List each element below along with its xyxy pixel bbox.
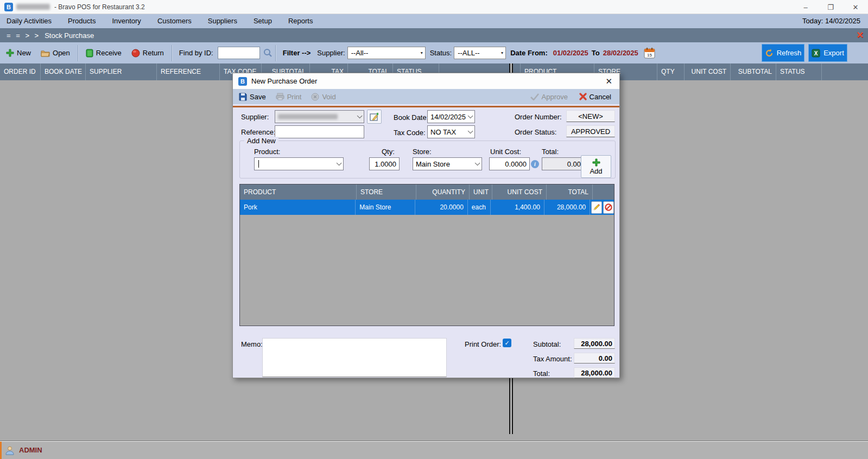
menu-reports[interactable]: Reports bbox=[280, 14, 321, 28]
order-items-grid: PRODUCT STORE QUANTITY UNIT UNIT COST TO… bbox=[239, 184, 614, 326]
col-qty[interactable]: QTY bbox=[657, 63, 685, 80]
menu-products[interactable]: Products bbox=[60, 14, 104, 28]
info-icon[interactable]: i bbox=[531, 160, 539, 168]
product-label: Product: bbox=[254, 148, 280, 156]
new-purchase-order-dialog: B New Purchase Order ✕ Save Print Void A… bbox=[232, 73, 620, 378]
cell-unit: each bbox=[468, 200, 491, 215]
close-page-icon[interactable]: ✕ bbox=[857, 28, 864, 42]
checkmark-icon bbox=[530, 93, 539, 100]
book-date-label: Book Date: bbox=[394, 113, 428, 122]
col-filler bbox=[822, 63, 868, 80]
menu-customers[interactable]: Customers bbox=[149, 14, 200, 28]
edit-row-button[interactable] bbox=[591, 201, 602, 214]
date-to-value[interactable]: 28/02/2025 bbox=[603, 49, 638, 57]
edit-supplier-button[interactable] bbox=[367, 110, 382, 124]
reference-input[interactable] bbox=[275, 125, 364, 138]
approve-button[interactable]: Approve bbox=[525, 90, 573, 103]
printer-icon bbox=[276, 93, 284, 100]
void-button[interactable]: Void bbox=[306, 90, 340, 103]
col-actions bbox=[593, 184, 614, 200]
chevron-down-icon bbox=[468, 113, 473, 118]
pencil-icon bbox=[593, 203, 600, 211]
col-book-date[interactable]: BOOK DATE bbox=[41, 63, 86, 80]
cancel-button[interactable]: Cancel bbox=[574, 90, 616, 103]
page-title-prefix: = = > > bbox=[7, 31, 40, 40]
redacted-supplier-name bbox=[278, 114, 338, 119]
plus-icon bbox=[592, 158, 600, 167]
dialog-title: New Purchase Order bbox=[251, 77, 317, 85]
svg-text:X: X bbox=[814, 50, 818, 56]
save-button[interactable]: Save bbox=[234, 90, 271, 103]
order-number-label: Order Number: bbox=[515, 113, 562, 121]
red-x-icon bbox=[579, 93, 587, 100]
memo-textarea[interactable] bbox=[262, 338, 447, 377]
minimize-button[interactable]: – bbox=[793, 0, 818, 14]
col-order-id[interactable]: ORDER ID bbox=[0, 63, 41, 80]
order-status-label: Order Status: bbox=[515, 128, 556, 136]
date-from-value[interactable]: 01/02/2025 bbox=[553, 49, 588, 57]
col-unit-cost[interactable]: UNIT COST bbox=[685, 63, 731, 80]
dialog-title-bar[interactable]: B New Purchase Order ✕ bbox=[233, 73, 619, 89]
print-button[interactable]: Print bbox=[271, 90, 307, 103]
status-filter-select[interactable]: --ALL-- ▾ bbox=[454, 47, 506, 59]
return-button[interactable]: Return bbox=[126, 45, 169, 61]
col-supplier[interactable]: SUPPLIER bbox=[86, 63, 157, 80]
receive-button[interactable]: Receive bbox=[81, 45, 126, 61]
search-icon[interactable] bbox=[263, 48, 273, 58]
supplier-filter-label: Supplier: bbox=[317, 49, 345, 57]
col-status[interactable]: STATUS bbox=[776, 63, 822, 80]
order-item-row[interactable]: Pork Main Store 20.0000 each 1,400.00 28… bbox=[240, 200, 614, 215]
main-toolbar: New Open Receive Return Find by ID: Filt… bbox=[0, 42, 868, 63]
subtotal-value: 28,000.00 bbox=[574, 338, 615, 349]
refresh-button[interactable]: Refresh bbox=[762, 44, 804, 62]
title-bar: B - Bravo POS for Restaurant 3.2 – ❐ ✕ bbox=[0, 0, 868, 14]
menu-suppliers[interactable]: Suppliers bbox=[200, 14, 245, 28]
status-accent bbox=[0, 442, 2, 459]
add-button[interactable]: Add bbox=[581, 155, 611, 178]
dropdown-arrow-icon: ▾ bbox=[501, 50, 503, 55]
toolbar-separator bbox=[275, 45, 276, 61]
subtotal-label: Subtotal: bbox=[533, 340, 561, 348]
toolbar-separator bbox=[78, 45, 78, 61]
unit-cost-input[interactable]: 0.0000 bbox=[489, 157, 530, 170]
toolbar-separator bbox=[172, 45, 172, 61]
remove-row-button[interactable] bbox=[603, 201, 614, 214]
user-icon bbox=[5, 445, 15, 455]
void-icon bbox=[311, 93, 319, 101]
to-label: To bbox=[592, 49, 600, 57]
dialog-close-button[interactable]: ✕ bbox=[605, 73, 612, 89]
calendar-icon[interactable]: 15 bbox=[644, 47, 655, 59]
refresh-icon bbox=[765, 49, 774, 58]
qty-input[interactable]: 1.0000 bbox=[369, 157, 400, 170]
print-order-checkbox[interactable]: ✓ bbox=[503, 339, 511, 347]
close-window-button[interactable]: ✕ bbox=[843, 0, 868, 14]
col-quantity: QUANTITY bbox=[416, 184, 470, 200]
tax-amount-label: Tax Amount: bbox=[533, 355, 572, 363]
add-new-group: Add New Product: Qty: 1.0000 Store: Main… bbox=[239, 141, 616, 178]
menu-daily-activities[interactable]: Daily Activities bbox=[0, 14, 60, 28]
menu-setup[interactable]: Setup bbox=[245, 14, 280, 28]
col-subtotal[interactable]: SUBTOTAL bbox=[731, 63, 776, 80]
unit-cost-label: Unit Cost: bbox=[490, 148, 521, 156]
tax-code-select[interactable]: NO TAX bbox=[427, 125, 475, 138]
open-button[interactable]: Open bbox=[36, 45, 75, 61]
tax-amount-value: 0.00 bbox=[574, 353, 615, 364]
menu-inventory[interactable]: Inventory bbox=[104, 14, 149, 28]
chevron-down-icon bbox=[337, 160, 342, 165]
col-reference[interactable]: REFERENCE bbox=[157, 63, 220, 80]
supplier-select[interactable] bbox=[275, 110, 364, 123]
prohibition-icon bbox=[605, 203, 612, 211]
new-button[interactable]: New bbox=[1, 45, 36, 61]
export-button[interactable]: X Export bbox=[808, 44, 847, 62]
find-by-id-input[interactable] bbox=[218, 47, 260, 59]
print-order-label: Print Order: bbox=[465, 340, 501, 348]
filter-label: Filter --> bbox=[283, 49, 311, 57]
book-date-select[interactable]: 14/02/2025 bbox=[427, 110, 475, 123]
supplier-filter-select[interactable]: --All-- ▾ bbox=[347, 47, 426, 59]
app-window: B - Bravo POS for Restaurant 3.2 – ❐ ✕ D… bbox=[0, 0, 868, 459]
maximize-button[interactable]: ❐ bbox=[818, 0, 843, 14]
store-select[interactable]: Main Store bbox=[413, 157, 482, 170]
product-combobox[interactable] bbox=[254, 157, 344, 170]
page-title: Stock Purchase bbox=[45, 31, 94, 40]
chevron-down-icon bbox=[475, 160, 480, 165]
